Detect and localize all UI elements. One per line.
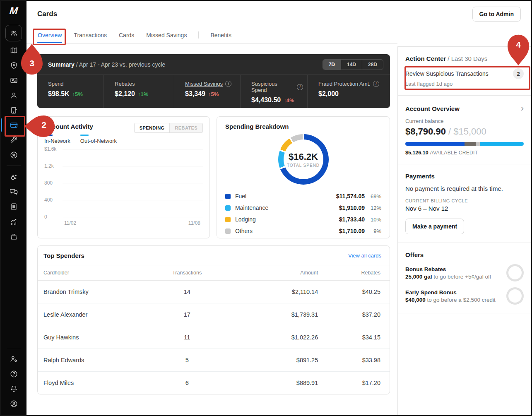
y-tick-label: 800: [44, 180, 53, 186]
sidebar-divider: [7, 166, 21, 166]
sidebar-item-notifications[interactable]: [1, 381, 26, 396]
out-of-network-swatch: [80, 135, 89, 136]
offer-title: Early Spend Bonus: [405, 289, 496, 296]
stat-value: $4,430.50↑4%: [251, 96, 303, 104]
sidebar-item-maintenance[interactable]: [1, 132, 26, 147]
right-panel: Action Center/ Last 30 Days Review Suspi…: [397, 46, 531, 415]
column-header[interactable]: Transactions: [143, 270, 231, 276]
progress-segment: [476, 142, 480, 146]
sidebar-item-documents[interactable]: [1, 199, 26, 214]
offer-early-spend-bonus[interactable]: Early Spend Bonus $40,000 to go before a…: [405, 287, 524, 305]
sidebar-item-discounts[interactable]: [1, 147, 26, 162]
action-center-title: Action Center/ Last 30 Days: [405, 55, 524, 62]
app-logo[interactable]: M: [9, 6, 19, 16]
sidebar-item-fuel[interactable]: [1, 169, 26, 184]
go-to-admin-button[interactable]: Go to Admin: [472, 7, 521, 22]
current-balance-value: $8,790.90: [405, 126, 446, 137]
team-icon: [10, 29, 18, 38]
breakdown-legend-row: Maintenance$1,910.0912%: [225, 202, 381, 214]
bar-11/05[interactable]: [125, 216, 140, 217]
annotation-pin-4: 4: [507, 34, 530, 66]
toggle-rebates[interactable]: REBATES: [170, 123, 202, 132]
stat-label-text: Fraud Protection Amt.: [318, 81, 371, 87]
donut-ring: $16.2K TOTAL SPEND: [278, 134, 329, 185]
summary-stat: Rebates$2,120↑1%: [104, 75, 174, 108]
sidebar-item-marketplace[interactable]: [1, 229, 26, 244]
bar-11/03[interactable]: [84, 216, 99, 217]
tab-divider: [198, 31, 199, 38]
bar-11/06[interactable]: [146, 216, 161, 217]
view-all-cards-link[interactable]: View all cards: [348, 252, 381, 259]
sidebar-item-account[interactable]: [1, 396, 26, 411]
range-14d[interactable]: 14D: [341, 60, 362, 70]
table-cell: Ralph Edwards: [43, 357, 143, 363]
bar-11/08[interactable]: [187, 216, 202, 217]
payments-section: Payments No payment is required at this …: [398, 164, 531, 243]
sidebar-item-help[interactable]: [1, 366, 26, 381]
bar-plot: [63, 149, 203, 217]
offer-rest: to go before a $2,500 credit: [426, 297, 496, 303]
sidebar-item-team[interactable]: [5, 25, 22, 41]
offer-progress-ring: [506, 264, 524, 281]
toggle-spending[interactable]: SPENDING: [135, 123, 170, 132]
sidebar-divider-bottom: [7, 348, 21, 348]
table-row[interactable]: Ralph Edwards5$891.25$33.98: [38, 349, 390, 372]
column-header[interactable]: Amount: [231, 270, 318, 276]
bar-y-axis: $1.6k1.2k8004000: [44, 149, 63, 217]
stat-value: $3,349↑5%: [185, 90, 236, 98]
sidebar-item-drivers[interactable]: [1, 88, 26, 103]
review-suspicious-item[interactable]: Review Suspicious Transactions 2 Last fl…: [405, 68, 524, 87]
breakdown-legend-row: Fuel$11,574.0569%: [225, 190, 381, 202]
tab-transactions[interactable]: Transactions: [73, 27, 107, 43]
range-28d[interactable]: 28D: [362, 60, 383, 70]
summary-card: Summary/ Apr 17 - Apr 23 vs. previous cy…: [37, 54, 390, 108]
category-label: Maintenance: [235, 204, 319, 211]
tab-missed-savings[interactable]: Missed Savings: [146, 27, 187, 43]
table-cell: $889.91: [231, 380, 318, 386]
activity-legend: In-Network Out-of-Network: [44, 135, 203, 144]
tab-benefits[interactable]: Benefits: [210, 27, 232, 43]
table-row[interactable]: Guy Hawkins11$1,022.26$34.15: [38, 326, 390, 349]
table-row[interactable]: Leslie Alexander17$1,739.31$37.20: [38, 303, 390, 326]
chevron-right-icon[interactable]: ›: [521, 104, 524, 113]
progress-segment: [480, 142, 524, 146]
balance-separator: /: [448, 126, 451, 137]
discount-icon: [10, 151, 18, 159]
progress-segment: [465, 142, 476, 146]
category-label: Others: [235, 228, 319, 234]
bar-11/04[interactable]: [104, 216, 120, 217]
sidebar-item-reports[interactable]: [1, 214, 26, 229]
stat-amount: $98.5K: [48, 90, 70, 98]
info-icon[interactable]: i: [373, 81, 379, 87]
range-7d[interactable]: 7D: [323, 60, 341, 70]
y-tick-label: 1.2k: [44, 163, 54, 169]
maintenance-swatch: [225, 205, 231, 211]
balance-row: $8,790.90 / $15,000: [405, 126, 524, 137]
summary-stat: Spend$98.5K↑5%: [37, 75, 104, 108]
sidebar-item-devices[interactable]: [1, 103, 26, 118]
offer-bonus-rebates[interactable]: Bonus Rebates 25,000 gal to go before +5…: [405, 264, 524, 281]
table-row[interactable]: Floyd Miles6$889.91$17.20: [38, 372, 390, 394]
bar-11/07[interactable]: [166, 216, 182, 217]
tab-cards[interactable]: Cards: [118, 27, 135, 43]
bar-segment-out-of-network: [125, 216, 140, 217]
review-count-badge: 2: [513, 68, 524, 79]
total-spend-value: $16.2K: [289, 151, 318, 162]
stat-amount: $4,430.50: [251, 96, 281, 104]
column-header[interactable]: Rebates: [318, 270, 380, 276]
in-network-label: In-Network: [44, 138, 70, 144]
x-label-end: 11/08: [188, 220, 200, 226]
table-row[interactable]: Brandon Trimsky14$2,110.14$40.25: [38, 281, 390, 303]
bar-11/02[interactable]: [63, 216, 79, 217]
make-payment-button[interactable]: Make a payment: [405, 219, 464, 234]
sidebar-item-cards[interactable]: [1, 118, 26, 132]
info-icon[interactable]: i: [297, 84, 303, 90]
content-area: Summary/ Apr 17 - Apr 23 vs. previous cy…: [26, 44, 397, 394]
info-icon[interactable]: i: [225, 81, 231, 87]
sidebar-item-admin-settings[interactable]: [1, 351, 26, 366]
offer-progress-ring: [506, 287, 524, 305]
sidebar-item-messages[interactable]: [1, 184, 26, 199]
tab-overview[interactable]: Overview: [37, 27, 62, 43]
column-header[interactable]: Cardholder: [43, 270, 143, 276]
offers-title: Offers: [405, 251, 524, 258]
